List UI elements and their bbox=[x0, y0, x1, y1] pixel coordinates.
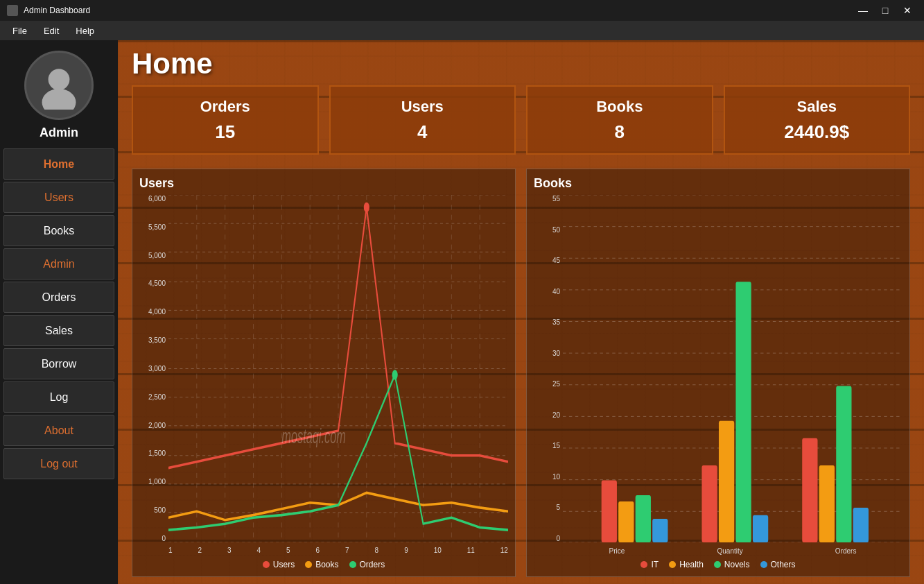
users-y-labels: 6,000 5,500 5,000 4,500 4,000 3,500 3,00… bbox=[139, 195, 168, 542]
legend-it: IT bbox=[640, 560, 659, 569]
stat-value-orders: 15 bbox=[215, 121, 235, 143]
stat-value-users: 4 bbox=[417, 121, 427, 143]
users-chart-title: Users bbox=[139, 176, 508, 191]
svg-rect-49 bbox=[802, 438, 817, 542]
sidebar-item-logout[interactable]: Log out bbox=[3, 448, 114, 479]
sidebar-item-about[interactable]: About bbox=[3, 415, 114, 446]
legend-health: Health bbox=[669, 560, 704, 569]
svg-rect-48 bbox=[753, 515, 768, 542]
stat-card-orders: Orders 15 bbox=[132, 85, 319, 155]
sidebar-item-admin[interactable]: Admin bbox=[3, 248, 114, 280]
stat-value-sales: 2440.9$ bbox=[784, 121, 849, 143]
title-bar: Admin Dashboard — □ ✕ bbox=[0, 0, 924, 21]
legend-orders: Orders bbox=[349, 560, 385, 569]
books-chart-legend: IT Health Novels Others bbox=[534, 560, 903, 569]
minimize-button[interactable]: — bbox=[853, 3, 873, 17]
books-chart-title: Books bbox=[534, 176, 903, 191]
content-area: Home Orders 15 Users 4 Books 8 Sales 244… bbox=[118, 40, 924, 584]
svg-rect-47 bbox=[735, 282, 751, 542]
stat-card-books: Books 8 bbox=[526, 85, 713, 155]
legend-others: Others bbox=[760, 560, 796, 569]
svg-rect-52 bbox=[853, 508, 869, 542]
stat-value-books: 8 bbox=[615, 121, 625, 143]
svg-rect-46 bbox=[719, 421, 734, 542]
charts-row: Users 6,000 5,500 5,000 4,500 4,000 3,50… bbox=[132, 169, 910, 577]
stat-card-sales: Sales 2440.9$ bbox=[724, 85, 911, 155]
svg-point-27 bbox=[392, 370, 398, 379]
menu-edit[interactable]: Edit bbox=[37, 23, 66, 39]
stat-label-sales: Sales bbox=[797, 98, 837, 116]
svg-point-1 bbox=[42, 89, 76, 110]
admin-name: Admin bbox=[40, 126, 78, 140]
svg-point-26 bbox=[364, 203, 369, 212]
app-icon bbox=[7, 5, 18, 16]
legend-books: Books bbox=[305, 560, 338, 569]
legend-books-dot bbox=[305, 561, 312, 568]
users-chart-legend: Users Books Orders bbox=[139, 560, 508, 569]
stat-label-orders: Orders bbox=[200, 98, 250, 116]
legend-others-dot bbox=[760, 561, 767, 568]
legend-health-dot bbox=[669, 561, 676, 568]
users-chart: Users 6,000 5,500 5,000 4,500 4,000 3,50… bbox=[132, 169, 516, 577]
close-button[interactable]: ✕ bbox=[898, 3, 917, 17]
legend-novels: Novels bbox=[714, 560, 750, 569]
main-container: Admin Home Users Books Admin Orders Sale… bbox=[0, 40, 924, 584]
sidebar-item-books[interactable]: Books bbox=[3, 215, 114, 246]
stat-label-users: Users bbox=[401, 98, 444, 116]
menu-file[interactable]: File bbox=[6, 23, 34, 39]
sidebar-item-log[interactable]: Log bbox=[3, 381, 114, 413]
menu-bar: File Edit Help bbox=[0, 21, 924, 40]
svg-point-0 bbox=[49, 69, 70, 90]
bar-xlabel-quantity: Quantity bbox=[717, 547, 742, 555]
svg-rect-41 bbox=[602, 481, 617, 542]
books-y-labels: 55 50 45 40 35 30 25 20 15 10 5 0 bbox=[534, 195, 563, 542]
sidebar-item-sales[interactable]: Sales bbox=[3, 315, 114, 346]
svg-rect-44 bbox=[652, 519, 668, 542]
sidebar-item-borrow[interactable]: Borrow bbox=[3, 348, 114, 379]
books-chart: Books 55 50 45 40 35 30 25 20 bbox=[526, 169, 910, 577]
svg-text:mostaqi.com: mostaqi.com bbox=[281, 425, 346, 447]
sidebar-item-home[interactable]: Home bbox=[3, 148, 114, 180]
svg-rect-45 bbox=[701, 465, 717, 542]
maximize-button[interactable]: □ bbox=[875, 3, 895, 17]
users-chart-svg: mostaqi.com bbox=[168, 195, 508, 542]
stat-card-users: Users 4 bbox=[329, 85, 516, 155]
svg-rect-51 bbox=[836, 386, 851, 542]
stat-label-books: Books bbox=[596, 98, 643, 116]
legend-orders-dot bbox=[349, 561, 356, 568]
bar-xlabel-orders: Orders bbox=[835, 547, 857, 555]
users-chart-body: 6,000 5,500 5,000 4,500 4,000 3,500 3,00… bbox=[139, 195, 508, 556]
books-chart-svg bbox=[563, 195, 903, 542]
svg-rect-42 bbox=[618, 501, 634, 542]
sidebar-item-users[interactable]: Users bbox=[3, 182, 114, 213]
users-x-labels: 1 2 3 4 5 6 7 8 9 10 11 12 bbox=[168, 544, 508, 556]
stats-row: Orders 15 Users 4 Books 8 Sales 2440.9$ bbox=[132, 85, 910, 155]
svg-rect-50 bbox=[819, 465, 835, 542]
avatar bbox=[24, 51, 94, 120]
sidebar: Admin Home Users Books Admin Orders Sale… bbox=[0, 40, 118, 584]
books-chart-body: 55 50 45 40 35 30 25 20 15 10 5 0 bbox=[534, 195, 903, 556]
bar-xlabel-price: Price bbox=[609, 547, 625, 555]
sidebar-item-orders[interactable]: Orders bbox=[3, 282, 114, 313]
legend-users-dot bbox=[263, 561, 270, 568]
legend-it-dot bbox=[640, 561, 647, 568]
page-title: Home bbox=[132, 47, 213, 80]
menu-help[interactable]: Help bbox=[69, 23, 101, 39]
svg-rect-43 bbox=[636, 495, 651, 542]
legend-novels-dot bbox=[714, 561, 721, 568]
window-title: Admin Dashboard bbox=[24, 6, 90, 15]
window-controls: — □ ✕ bbox=[853, 3, 917, 17]
legend-users: Users bbox=[263, 560, 295, 569]
